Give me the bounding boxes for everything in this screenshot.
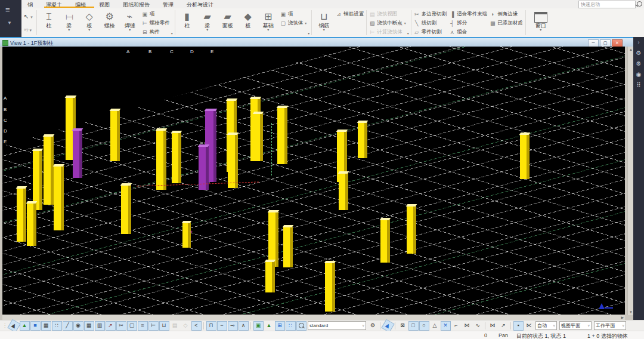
- model-viewport[interactable]: + ABCDEABCDE ▲ ▼ ▶: [0, 47, 633, 320]
- snap-depth-dropdown[interactable]: 自动˅: [535, 321, 557, 330]
- yellow-precast-column[interactable]: [110, 110, 120, 161]
- yellow-precast-column[interactable]: [228, 134, 238, 188]
- ribbon-item-倒角边缘[interactable]: ◗倒角边缘: [490, 11, 523, 18]
- toolbar-select-rebar[interactable]: ⊓: [206, 321, 216, 331]
- toolbar-filter-task[interactable]: ∷: [286, 321, 296, 331]
- chevron-down-icon[interactable]: ˅: [362, 324, 364, 328]
- quick-settings-gear-icon[interactable]: ⚙: [633, 48, 644, 58]
- toolbar-ortho-toggle[interactable]: ▪: [513, 321, 524, 331]
- ribbon-item-浇筑中断点[interactable]: ▨浇筑中断点▾: [369, 20, 406, 27]
- yellow-precast-column[interactable]: [268, 212, 278, 267]
- toolbar-select-plane-a[interactable]: ▦: [84, 321, 94, 331]
- toolbar-snap-extensions[interactable]: ⋈: [462, 321, 472, 331]
- view-plane-dropdown[interactable]: 视图平面˅: [559, 321, 592, 330]
- toolbar-filter-components[interactable]: ▣: [253, 321, 264, 331]
- toolbar-select-objects[interactable]: ■: [30, 321, 41, 331]
- caret-down-icon[interactable]: ▾: [323, 29, 325, 32]
- ribbon-button-梁[interactable]: ▰梁▾: [197, 10, 218, 32]
- work-plane-dropdown[interactable]: 工作平面˅: [594, 321, 626, 330]
- viewport-canvas[interactable]: + ABCDEABCDE: [2, 47, 625, 315]
- toolbar-select-views[interactable]: ▢: [127, 321, 137, 331]
- ribbon-item-项[interactable]: ▣项: [280, 11, 307, 18]
- ribbon-item-多边形切割[interactable]: ✂多边形切割: [414, 11, 447, 18]
- yellow-precast-column[interactable]: [277, 107, 287, 164]
- yellow-precast-column[interactable]: [283, 227, 293, 267]
- caret-down-icon[interactable]: ▾: [404, 22, 406, 25]
- side-collapse-chevron-icon[interactable]: ›: [633, 37, 644, 48]
- yellow-precast-column[interactable]: [380, 220, 390, 263]
- toolbar-select-surfaces[interactable]: ◉: [73, 321, 83, 331]
- yellow-precast-column[interactable]: [407, 206, 416, 254]
- properties-gear-icon[interactable]: ⚙: [633, 58, 644, 69]
- scroll-right-icon[interactable]: ▶: [621, 315, 624, 320]
- caret-down-icon[interactable]: ▾: [129, 29, 131, 32]
- pointer-tool-button[interactable]: ↖ ▾: [24, 13, 33, 20]
- chevron-down-icon[interactable]: ˅: [553, 324, 555, 328]
- yellow-precast-column[interactable]: [358, 122, 367, 158]
- toolbar-select-bolts[interactable]: −: [217, 321, 227, 331]
- caret-down-icon[interactable]: ▾: [206, 29, 208, 32]
- toolbar-select-fittings[interactable]: ≡: [138, 321, 148, 331]
- ribbon-button-板[interactable]: ◇板▾: [79, 10, 100, 32]
- toolbar-select-points[interactable]: ⊢: [148, 321, 159, 331]
- zoom-selected-icon[interactable]: [296, 321, 306, 331]
- yellow-precast-column[interactable]: [54, 166, 64, 230]
- ribbon-item-螺栓零件[interactable]: ⊢螺栓零件: [142, 20, 170, 27]
- caret-down-icon[interactable]: ▾: [267, 29, 269, 32]
- ribbon-button-柱[interactable]: ⌶柱: [39, 10, 59, 29]
- ribbon-button-焊缝[interactable]: ⌁焊缝▾: [120, 10, 140, 32]
- toolbar-snap-points[interactable]: ⊠: [398, 321, 408, 331]
- toolbar-snap-perpendicular[interactable]: ⌐: [451, 321, 462, 331]
- yellow-precast-column[interactable]: [156, 130, 166, 190]
- viewport-vertical-scrollbar[interactable]: ▲ ▼: [627, 47, 633, 315]
- toolbar-select-assemblies[interactable]: ▲: [20, 321, 30, 331]
- toolbar-filter-settings-gear-icon[interactable]: ⚙: [368, 321, 378, 331]
- hamburger-menu-icon[interactable]: ≡: [5, 7, 10, 13]
- reference-sphere-icon[interactable]: ◉: [633, 69, 644, 80]
- yellow-precast-column[interactable]: [182, 223, 191, 248]
- scroll-up-icon[interactable]: ▲: [629, 47, 633, 52]
- toolbar-filter-assembly[interactable]: ▲: [264, 321, 274, 331]
- view-title-bar[interactable]: View 1 - 1F预制柱 ─ ▢ ✕: [0, 38, 633, 47]
- toolbar-snap-midpoints[interactable]: △: [430, 321, 440, 331]
- caret-down-icon[interactable]: ▾: [305, 22, 306, 25]
- yellow-precast-column[interactable]: [44, 136, 54, 205]
- toolbar-xsnap-toggle[interactable]: ⋉: [524, 321, 534, 331]
- toolbar-snap-reference[interactable]: ↗: [106, 321, 116, 331]
- yellow-precast-column[interactable]: [339, 173, 348, 210]
- toolbar-grip[interactable]: ⋮: [2, 323, 7, 328]
- ribbon-button-面板[interactable]: ▰面板: [218, 10, 238, 29]
- toolbar-snap-centers[interactable]: ○: [419, 321, 429, 331]
- yellow-precast-column[interactable]: [265, 261, 275, 292]
- ribbon-button-螺栓[interactable]: ⚙螺栓: [100, 10, 120, 29]
- chevron-down-icon[interactable]: ˅: [622, 324, 624, 328]
- toolbar-select-grids[interactable]: ▦: [41, 321, 51, 331]
- toolbar-snap-free[interactable]: ↗: [499, 321, 509, 331]
- ribbon-button-板[interactable]: ◆板: [238, 10, 258, 29]
- toolbar-snap-endpoints[interactable]: □: [408, 321, 419, 331]
- caret-down-icon[interactable]: ▾: [68, 29, 70, 32]
- steel-group-caret-icon[interactable]: ▾: [171, 31, 174, 37]
- yellow-precast-column[interactable]: [17, 188, 26, 242]
- chevron-down-icon[interactable]: ˅: [587, 324, 590, 328]
- ribbon-item-已添加材质[interactable]: ▩已添加材质: [490, 20, 523, 27]
- toolbar-snap-any[interactable]: ⋈: [488, 321, 498, 331]
- ribbon-item-项[interactable]: ▣项: [142, 11, 170, 18]
- components-catalog-icon[interactable]: ⠿: [633, 80, 644, 91]
- ribbon-button-基础[interactable]: ⊞基础▾: [258, 10, 278, 32]
- toolbar-snap-nearest[interactable]: ∿: [473, 321, 483, 331]
- ribbon-item-拆分[interactable]: ┤拆分: [449, 20, 487, 27]
- ribbon-item-适合零件末端[interactable]: ▐适合零件末端: [449, 11, 487, 18]
- yellow-precast-column[interactable]: [520, 134, 530, 179]
- toolbar-select-plane-b[interactable]: ▥: [95, 321, 105, 331]
- ribbon-item-组合[interactable]: ⋏组合: [449, 29, 487, 36]
- selection-filter-combo[interactable]: standard˅: [308, 321, 366, 330]
- ribbon-item-构件[interactable]: ⊟构件: [142, 29, 170, 36]
- toolbar-snap-intersections[interactable]: ✕: [441, 321, 451, 331]
- ribbon-item-线切割[interactable]: ╲线切割: [414, 20, 447, 27]
- inquire-tool-button[interactable]: ▫? ▾: [24, 26, 33, 33]
- yellow-precast-column[interactable]: [27, 203, 36, 246]
- toolbar-select-single-bolt[interactable]: ⊸: [228, 321, 238, 331]
- pour-group-caret-icon[interactable]: ▾: [407, 31, 410, 37]
- ribbon-item-浇筑体[interactable]: ▢浇筑体▾: [280, 20, 307, 27]
